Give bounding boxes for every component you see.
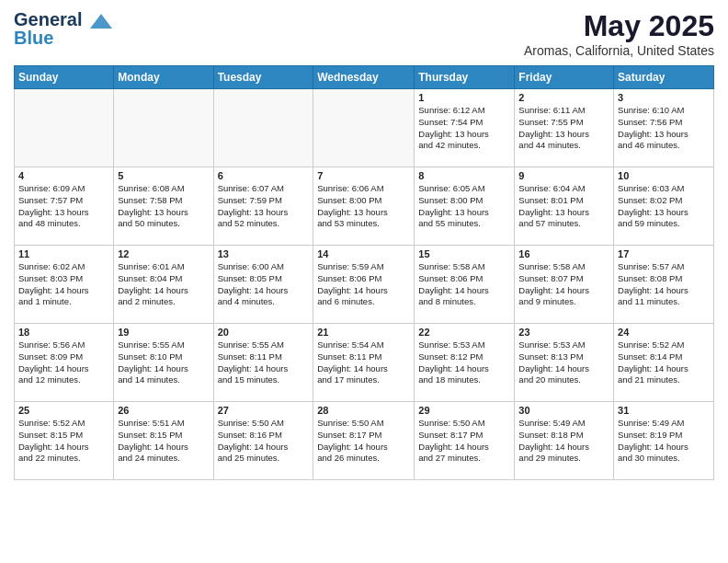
day-header-tuesday: Tuesday xyxy=(213,66,313,89)
calendar-cell: 17Sunrise: 5:57 AM Sunset: 8:08 PM Dayli… xyxy=(614,246,714,324)
calendar-cell: 2Sunrise: 6:11 AM Sunset: 7:55 PM Daylig… xyxy=(515,89,614,167)
day-header-sunday: Sunday xyxy=(15,66,114,89)
week-row-3: 11Sunrise: 6:02 AM Sunset: 8:03 PM Dayli… xyxy=(15,246,714,324)
day-number: 22 xyxy=(418,327,510,338)
day-info: Sunrise: 5:53 AM Sunset: 8:13 PM Dayligh… xyxy=(518,339,609,386)
day-number: 7 xyxy=(317,170,410,181)
calendar-cell: 11Sunrise: 6:02 AM Sunset: 8:03 PM Dayli… xyxy=(15,246,114,324)
day-number: 9 xyxy=(518,170,609,181)
day-info: Sunrise: 5:50 AM Sunset: 8:16 PM Dayligh… xyxy=(218,418,310,465)
calendar-cell: 1Sunrise: 6:12 AM Sunset: 7:54 PM Daylig… xyxy=(415,89,515,167)
calendar-cell: 24Sunrise: 5:52 AM Sunset: 8:14 PM Dayli… xyxy=(614,324,714,402)
calendar-cell: 6Sunrise: 6:07 AM Sunset: 7:59 PM Daylig… xyxy=(213,167,313,246)
week-row-5: 25Sunrise: 5:52 AM Sunset: 8:15 PM Dayli… xyxy=(15,402,714,480)
calendar-cell: 25Sunrise: 5:52 AM Sunset: 8:15 PM Dayli… xyxy=(15,402,114,480)
calendar-cell: 10Sunrise: 6:03 AM Sunset: 8:02 PM Dayli… xyxy=(614,167,714,246)
day-number: 17 xyxy=(618,248,710,259)
day-number: 11 xyxy=(18,248,109,259)
day-info: Sunrise: 5:58 AM Sunset: 8:07 PM Dayligh… xyxy=(518,261,609,308)
page-header: General Blue May 2025 Aromas, California… xyxy=(14,9,714,58)
week-row-4: 18Sunrise: 5:56 AM Sunset: 8:09 PM Dayli… xyxy=(15,324,714,402)
day-number: 31 xyxy=(618,405,710,416)
day-info: Sunrise: 6:02 AM Sunset: 8:03 PM Dayligh… xyxy=(18,261,109,308)
day-number: 18 xyxy=(18,327,109,338)
calendar-cell: 29Sunrise: 5:50 AM Sunset: 8:17 PM Dayli… xyxy=(415,402,515,480)
day-info: Sunrise: 5:56 AM Sunset: 8:09 PM Dayligh… xyxy=(18,339,109,386)
logo-general: General xyxy=(14,9,82,29)
calendar-cell: 21Sunrise: 5:54 AM Sunset: 8:11 PM Dayli… xyxy=(313,324,415,402)
calendar-cell: 16Sunrise: 5:58 AM Sunset: 8:07 PM Dayli… xyxy=(515,246,614,324)
day-info: Sunrise: 6:11 AM Sunset: 7:55 PM Dayligh… xyxy=(518,105,609,152)
calendar-cell: 27Sunrise: 5:50 AM Sunset: 8:16 PM Dayli… xyxy=(213,402,313,480)
day-info: Sunrise: 5:57 AM Sunset: 8:08 PM Dayligh… xyxy=(618,261,710,308)
calendar-cell: 13Sunrise: 6:00 AM Sunset: 8:05 PM Dayli… xyxy=(213,246,313,324)
day-number: 14 xyxy=(317,248,410,259)
calendar-header-row: SundayMondayTuesdayWednesdayThursdayFrid… xyxy=(15,66,714,89)
calendar-cell: 26Sunrise: 5:51 AM Sunset: 8:15 PM Dayli… xyxy=(114,402,213,480)
day-number: 16 xyxy=(518,248,609,259)
day-info: Sunrise: 6:01 AM Sunset: 8:04 PM Dayligh… xyxy=(118,261,209,308)
day-number: 3 xyxy=(618,92,710,103)
logo-blue: Blue xyxy=(14,28,53,49)
day-number: 21 xyxy=(317,327,410,338)
day-number: 4 xyxy=(18,170,109,181)
day-number: 19 xyxy=(118,327,209,338)
day-info: Sunrise: 5:55 AM Sunset: 8:11 PM Dayligh… xyxy=(218,339,310,386)
calendar-cell: 28Sunrise: 5:50 AM Sunset: 8:17 PM Dayli… xyxy=(313,402,415,480)
page-subtitle: Aromas, California, United States xyxy=(524,43,714,58)
day-number: 12 xyxy=(118,248,209,259)
calendar-cell: 22Sunrise: 5:53 AM Sunset: 8:12 PM Dayli… xyxy=(415,324,515,402)
day-number: 2 xyxy=(518,92,609,103)
calendar-cell: 23Sunrise: 5:53 AM Sunset: 8:13 PM Dayli… xyxy=(515,324,614,402)
day-info: Sunrise: 5:55 AM Sunset: 8:10 PM Dayligh… xyxy=(118,339,209,386)
day-info: Sunrise: 6:04 AM Sunset: 8:01 PM Dayligh… xyxy=(518,183,609,230)
day-info: Sunrise: 5:51 AM Sunset: 8:15 PM Dayligh… xyxy=(118,418,209,465)
day-info: Sunrise: 6:10 AM Sunset: 7:56 PM Dayligh… xyxy=(618,105,710,152)
calendar-cell: 30Sunrise: 5:49 AM Sunset: 8:18 PM Dayli… xyxy=(515,402,614,480)
day-info: Sunrise: 6:12 AM Sunset: 7:54 PM Dayligh… xyxy=(418,105,510,152)
day-info: Sunrise: 6:07 AM Sunset: 7:59 PM Dayligh… xyxy=(218,183,310,230)
calendar-cell: 15Sunrise: 5:58 AM Sunset: 8:06 PM Dayli… xyxy=(415,246,515,324)
calendar-cell: 9Sunrise: 6:04 AM Sunset: 8:01 PM Daylig… xyxy=(515,167,614,246)
calendar-cell: 3Sunrise: 6:10 AM Sunset: 7:56 PM Daylig… xyxy=(614,89,714,167)
calendar-cell xyxy=(213,89,313,167)
day-number: 27 xyxy=(218,405,310,416)
calendar-cell: 18Sunrise: 5:56 AM Sunset: 8:09 PM Dayli… xyxy=(15,324,114,402)
calendar-cell xyxy=(15,89,114,167)
calendar-cell: 4Sunrise: 6:09 AM Sunset: 7:57 PM Daylig… xyxy=(15,167,114,246)
day-number: 30 xyxy=(518,405,609,416)
calendar-cell xyxy=(114,89,213,167)
day-number: 20 xyxy=(218,327,310,338)
day-info: Sunrise: 5:50 AM Sunset: 8:17 PM Dayligh… xyxy=(317,418,410,465)
calendar-table: SundayMondayTuesdayWednesdayThursdayFrid… xyxy=(14,65,714,480)
calendar-cell: 14Sunrise: 5:59 AM Sunset: 8:06 PM Dayli… xyxy=(313,246,415,324)
title-block: May 2025 Aromas, California, United Stat… xyxy=(524,9,714,58)
day-number: 28 xyxy=(317,405,410,416)
week-row-2: 4Sunrise: 6:09 AM Sunset: 7:57 PM Daylig… xyxy=(15,167,714,246)
day-info: Sunrise: 5:54 AM Sunset: 8:11 PM Dayligh… xyxy=(317,339,410,386)
day-header-monday: Monday xyxy=(114,66,213,89)
day-number: 26 xyxy=(118,405,209,416)
day-header-wednesday: Wednesday xyxy=(313,66,415,89)
day-number: 13 xyxy=(218,248,310,259)
calendar-cell: 31Sunrise: 5:49 AM Sunset: 8:19 PM Dayli… xyxy=(614,402,714,480)
calendar-cell xyxy=(313,89,415,167)
calendar-cell: 20Sunrise: 5:55 AM Sunset: 8:11 PM Dayli… xyxy=(213,324,313,402)
week-row-1: 1Sunrise: 6:12 AM Sunset: 7:54 PM Daylig… xyxy=(15,89,714,167)
page-title: May 2025 xyxy=(524,9,714,43)
svg-marker-0 xyxy=(90,14,112,29)
day-info: Sunrise: 6:03 AM Sunset: 8:02 PM Dayligh… xyxy=(618,183,710,230)
calendar-cell: 5Sunrise: 6:08 AM Sunset: 7:58 PM Daylig… xyxy=(114,167,213,246)
day-number: 8 xyxy=(418,170,510,181)
day-info: Sunrise: 6:05 AM Sunset: 8:00 PM Dayligh… xyxy=(418,183,510,230)
day-info: Sunrise: 5:53 AM Sunset: 8:12 PM Dayligh… xyxy=(418,339,510,386)
day-number: 6 xyxy=(218,170,310,181)
day-info: Sunrise: 6:09 AM Sunset: 7:57 PM Dayligh… xyxy=(18,183,109,230)
day-header-thursday: Thursday xyxy=(415,66,515,89)
day-number: 5 xyxy=(118,170,209,181)
day-number: 15 xyxy=(418,248,510,259)
calendar-cell: 12Sunrise: 6:01 AM Sunset: 8:04 PM Dayli… xyxy=(114,246,213,324)
day-info: Sunrise: 5:58 AM Sunset: 8:06 PM Dayligh… xyxy=(418,261,510,308)
day-info: Sunrise: 5:49 AM Sunset: 8:19 PM Dayligh… xyxy=(618,418,710,465)
day-info: Sunrise: 6:08 AM Sunset: 7:58 PM Dayligh… xyxy=(118,183,209,230)
